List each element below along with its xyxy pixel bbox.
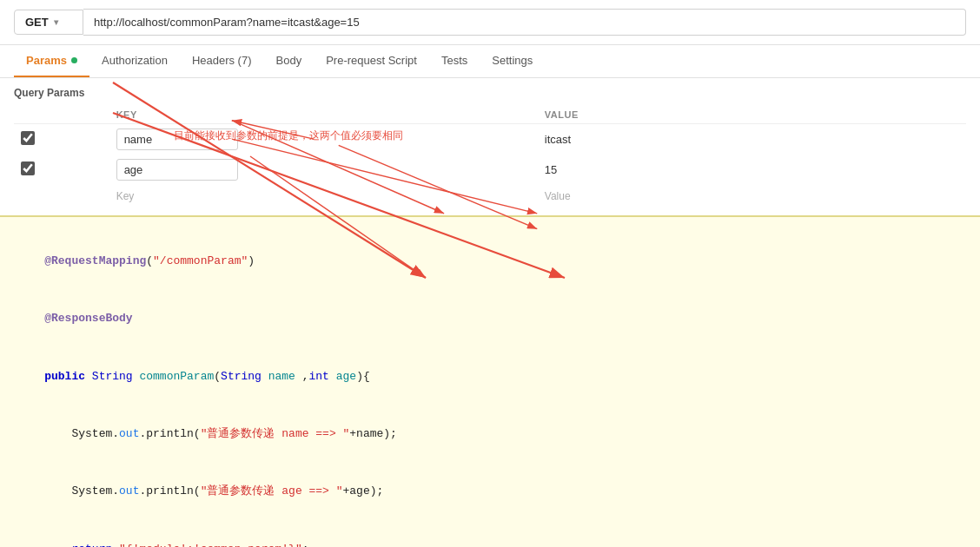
params-table: KEY VALUE itcast bbox=[14, 106, 966, 207]
row2-key-input[interactable] bbox=[116, 159, 238, 181]
param-age: age bbox=[336, 370, 356, 383]
tab-body[interactable]: Body bbox=[264, 45, 315, 77]
code-line-3: public String commonParam(String name ,i… bbox=[17, 348, 963, 405]
check-column-header bbox=[14, 106, 109, 124]
annotation-keyword-1: @RequestMapping bbox=[44, 254, 146, 267]
row1-checkbox[interactable] bbox=[21, 131, 35, 145]
string-type-2: String bbox=[221, 370, 268, 383]
query-params-title: Query Params bbox=[14, 87, 966, 99]
string-age: "普通参数传递 age ==> " bbox=[201, 484, 343, 498]
code-section: @RequestMapping("/commonParam") @Respons… bbox=[0, 215, 980, 547]
row2-checkbox[interactable] bbox=[21, 161, 35, 175]
url-input[interactable] bbox=[83, 9, 966, 36]
tabs-row: Params Authorization Headers (7) Body Pr… bbox=[0, 45, 980, 78]
params-section: Query Params KEY VALUE bbox=[0, 78, 980, 215]
param-name: name bbox=[268, 370, 302, 383]
empty-check-cell bbox=[14, 185, 109, 207]
code-string-1: "/commonParam" bbox=[153, 254, 248, 267]
tab-headers-label: Headers (7) bbox=[192, 54, 252, 67]
comma: , bbox=[302, 370, 309, 383]
println-1: System.out.println( bbox=[44, 427, 200, 440]
method-selector[interactable]: GET ▾ bbox=[14, 10, 83, 35]
table-row: 15 bbox=[14, 155, 966, 185]
table-row: itcast bbox=[14, 124, 966, 155]
code-line-6: return "{'module':'common param'}"; bbox=[17, 520, 963, 547]
string-type: String bbox=[92, 370, 140, 383]
return-keyword: return bbox=[71, 543, 119, 548]
code-line-1: @RequestMapping("/commonParam") bbox=[17, 233, 963, 290]
row1-check-cell bbox=[14, 124, 109, 155]
row1-value: itcast bbox=[545, 133, 571, 146]
method-label: GET bbox=[25, 16, 49, 29]
value-column-header: VALUE bbox=[538, 106, 966, 124]
row1-value-cell: itcast bbox=[538, 124, 966, 155]
tab-prerequest[interactable]: Pre-request Script bbox=[314, 45, 429, 77]
value-placeholder: Value bbox=[545, 190, 571, 202]
plus-age: +age); bbox=[343, 484, 384, 498]
row2-value-cell: 15 bbox=[538, 155, 966, 185]
tab-prerequest-label: Pre-request Script bbox=[326, 54, 417, 67]
code-line-4: System.out.println("普通参数传递 name ==> "+na… bbox=[17, 405, 963, 463]
method-name: commonParam bbox=[139, 370, 214, 383]
string-name: "普通参数传递 name ==> " bbox=[201, 427, 350, 440]
tab-settings[interactable]: Settings bbox=[480, 45, 545, 77]
tab-tests[interactable]: Tests bbox=[429, 45, 480, 77]
return-string: "{'module':'common param'}" bbox=[119, 543, 302, 548]
params-open: ( bbox=[214, 370, 221, 383]
tab-authorization[interactable]: Authorization bbox=[89, 45, 180, 77]
tab-body-label: Body bbox=[276, 54, 302, 67]
annotation-keyword-2: @ResponseBody bbox=[44, 312, 132, 325]
annotation-text: 目前能接收到参数的前提是，这两个值必须要相同 bbox=[174, 129, 403, 143]
plus-name: +name); bbox=[349, 427, 397, 440]
code-paren-1: ( bbox=[146, 254, 153, 267]
return-semi: ; bbox=[302, 543, 309, 548]
tab-tests-label: Tests bbox=[441, 54, 467, 67]
code-line-2: @ResponseBody bbox=[17, 290, 963, 347]
row2-key-cell bbox=[109, 155, 538, 185]
tab-params[interactable]: Params bbox=[14, 45, 89, 77]
key-placeholder: Key bbox=[116, 190, 135, 202]
table-row-empty: Key Value bbox=[14, 185, 966, 207]
tab-params-label: Params bbox=[26, 54, 67, 67]
params-dot-icon bbox=[71, 57, 77, 63]
empty-key-cell: Key bbox=[109, 185, 538, 207]
key-column-header: KEY bbox=[109, 106, 538, 124]
tab-headers[interactable]: Headers (7) bbox=[180, 45, 264, 77]
code-line-5: System.out.println("普通参数传递 age ==> "+age… bbox=[17, 463, 963, 520]
tab-authorization-label: Authorization bbox=[102, 54, 168, 67]
row2-check-cell bbox=[14, 155, 109, 185]
code-close-1: ) bbox=[248, 254, 255, 267]
chevron-down-icon: ▾ bbox=[54, 17, 58, 27]
public-keyword: public bbox=[44, 370, 92, 383]
tab-settings-label: Settings bbox=[492, 54, 533, 67]
int-type: int bbox=[309, 370, 336, 383]
row2-value: 15 bbox=[545, 163, 557, 176]
method-close: ){ bbox=[356, 370, 370, 383]
empty-value-cell: Value bbox=[538, 185, 966, 207]
return-kw bbox=[44, 543, 71, 548]
println-2: System.out.println( bbox=[44, 484, 200, 498]
url-bar: GET ▾ bbox=[0, 0, 980, 45]
